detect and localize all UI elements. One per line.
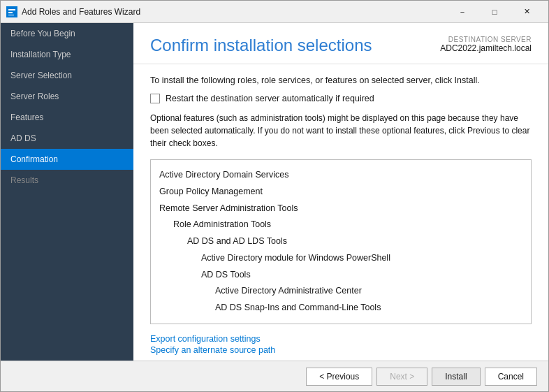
svg-rect-3 (8, 15, 14, 15)
page-title: Confirm installation selections (150, 36, 372, 55)
install-button[interactable]: Install (432, 368, 480, 386)
destination-server-info: DESTINATION SERVER ADC2022.jamiltech.loc… (440, 36, 532, 53)
sidebar-item-server-roles[interactable]: Server Roles (1, 86, 133, 107)
feature-item-4: AD DS and AD LDS Tools (159, 233, 522, 250)
wizard-window: Add Roles and Features Wizard − □ ✕ Befo… (0, 0, 549, 392)
close-button[interactable]: ✕ (511, 1, 543, 23)
window-title: Add Roles and Features Wizard (22, 7, 446, 17)
destination-name: ADC2022.jamiltech.local (440, 43, 532, 53)
feature-item-1: Group Policy Management (159, 184, 522, 201)
minimize-button[interactable]: − (446, 1, 478, 23)
svg-rect-1 (8, 9, 15, 10)
optional-notice: Optional features (such as administratio… (150, 112, 532, 150)
page-header: Confirm installation selections DESTINAT… (133, 23, 548, 64)
sidebar: Before You Begin Installation Type Serve… (1, 23, 133, 361)
svg-rect-2 (8, 12, 13, 13)
alternate-source-link[interactable]: Specify an alternate source path (150, 345, 532, 355)
feature-item-7: Active Directory Administrative Center (159, 283, 522, 300)
cancel-button[interactable]: Cancel (485, 368, 537, 386)
content-area: Confirm installation selections DESTINAT… (133, 23, 548, 361)
app-icon (6, 6, 17, 17)
window-controls: − □ ✕ (446, 1, 543, 23)
restart-label: Restart the destination server automatic… (166, 94, 374, 103)
feature-item-5: Active Directory module for Windows Powe… (159, 250, 522, 267)
sidebar-item-server-selection[interactable]: Server Selection (1, 65, 133, 86)
page-body: To install the following roles, role ser… (133, 64, 548, 361)
links: Export configuration settings Specify an… (150, 334, 532, 355)
feature-item-6: AD DS Tools (159, 267, 522, 284)
restart-checkbox-row[interactable]: Restart the destination server automatic… (150, 94, 532, 103)
feature-item-0: Active Directory Domain Services (159, 167, 522, 184)
previous-button[interactable]: < Previous (306, 368, 372, 386)
sidebar-item-features[interactable]: Features (1, 107, 133, 128)
sidebar-item-confirmation[interactable]: Confirmation (1, 149, 133, 170)
install-notice: To install the following roles, role ser… (150, 75, 532, 85)
next-button[interactable]: Next > (376, 368, 427, 386)
maximize-button[interactable]: □ (478, 1, 511, 23)
restart-checkbox[interactable] (150, 94, 160, 103)
sidebar-item-ad-ds[interactable]: AD DS (1, 128, 133, 149)
sidebar-item-installation-type[interactable]: Installation Type (1, 44, 133, 65)
title-bar: Add Roles and Features Wizard − □ ✕ (1, 1, 548, 23)
sidebar-item-before-you-begin[interactable]: Before You Begin (1, 23, 133, 44)
feature-item-8: AD DS Snap-Ins and Command-Line Tools (159, 300, 522, 317)
export-config-link[interactable]: Export configuration settings (150, 334, 532, 344)
sidebar-item-results: Results (1, 170, 133, 191)
footer: < Previous Next > Install Cancel (1, 361, 548, 391)
main-content: Before You Begin Installation Type Serve… (1, 23, 548, 361)
features-box: Active Directory Domain Services Group P… (150, 159, 532, 324)
feature-item-2: Remote Server Administration Tools (159, 201, 522, 217)
destination-label: DESTINATION SERVER (440, 36, 532, 43)
feature-item-3: Role Administration Tools (159, 217, 522, 233)
